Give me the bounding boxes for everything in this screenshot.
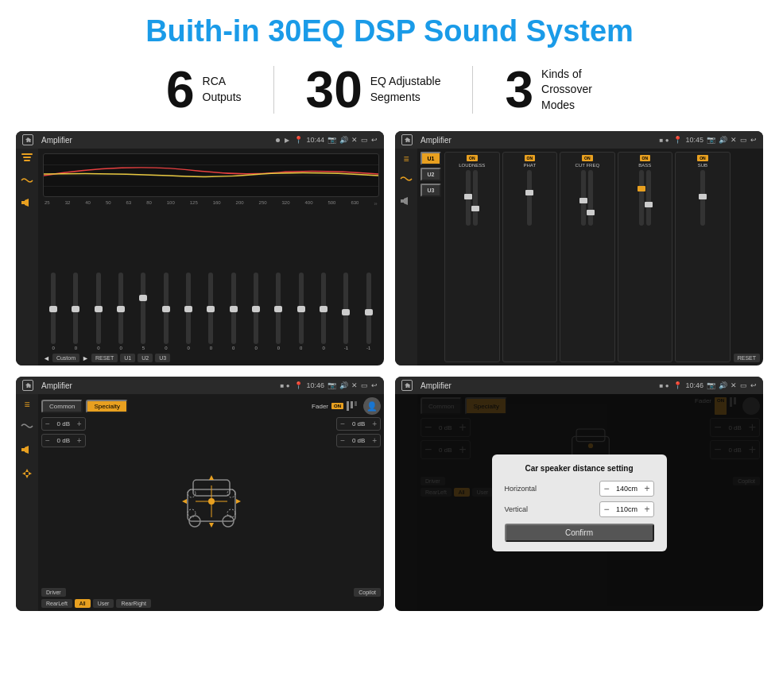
vertical-minus[interactable]: − <box>603 504 609 515</box>
car-diagram <box>91 417 332 586</box>
eq-icon-tuner[interactable] <box>20 153 34 166</box>
spk-user-icon[interactable]: 👤 <box>363 397 381 415</box>
status-rect-icon-2: ▭ <box>740 136 747 144</box>
bass-on[interactable]: ON <box>640 155 651 161</box>
spk-icon-arrows[interactable] <box>21 467 33 483</box>
horizontal-minus[interactable]: − <box>603 483 609 494</box>
user-btn[interactable]: User <box>93 599 114 608</box>
home-icon-2[interactable] <box>401 134 413 145</box>
eq-icon-speaker[interactable] <box>20 198 34 211</box>
all-btn[interactable]: All <box>75 599 91 608</box>
db2-minus[interactable]: − <box>45 436 50 445</box>
screen2-content: ≡ U1 U2 U3 ON LOUDNESS <box>395 149 763 365</box>
slider-7[interactable]: 0 <box>178 273 199 350</box>
preset-u3[interactable]: U3 <box>421 184 441 197</box>
slider-10[interactable]: 0 <box>246 273 266 350</box>
slider-4[interactable]: 0 <box>110 273 131 350</box>
status-play-1: ▶ <box>285 137 289 144</box>
eq-next-btn[interactable]: ► <box>82 354 89 362</box>
stat-rca: 6 RCA Outputs <box>134 64 273 115</box>
horizontal-plus[interactable]: + <box>644 483 649 494</box>
slider-1[interactable]: 0 <box>43 273 64 350</box>
driver-btn[interactable]: Driver <box>41 588 66 597</box>
spk-bottom-btns-2: RearLeft All User RearRight <box>41 599 381 608</box>
amp-reset-btn[interactable]: RESET <box>734 354 760 362</box>
sub-on[interactable]: ON <box>697 155 708 161</box>
spk-tab-specialty[interactable]: Specialty <box>86 400 127 413</box>
spk-tab-common[interactable]: Common <box>41 400 83 413</box>
slider-8[interactable]: 0 <box>200 273 221 350</box>
db4-plus[interactable]: + <box>372 436 377 445</box>
home-icon-4[interactable] <box>401 380 413 391</box>
db2-plus[interactable]: + <box>77 436 82 445</box>
cutfreq-on[interactable]: ON <box>582 155 593 161</box>
db3-plus[interactable]: + <box>372 420 377 428</box>
phat-label: PHAT <box>524 163 537 168</box>
screens-grid: Amplifier ▶ 📍 10:44 📷 🔊 ✕ ▭ ↩ <box>0 127 779 619</box>
preset-u1[interactable]: U1 <box>421 152 441 165</box>
cutfreq-slider2[interactable] <box>588 170 593 226</box>
home-icon-1[interactable] <box>22 134 33 145</box>
freq-labels: 253240506380100125160200250320400500630 … <box>43 200 379 207</box>
svg-marker-10 <box>25 475 29 478</box>
db3-minus[interactable]: − <box>340 420 345 428</box>
screen-speaker: Amplifier ■ ● 📍 10:46 📷 🔊 ✕ ▭ ↩ ≡ <box>16 377 384 611</box>
preset-u2[interactable]: U2 <box>421 168 441 181</box>
eq-icon-wave[interactable] <box>20 176 34 188</box>
copilot-btn[interactable]: Copilot <box>354 588 381 597</box>
slider-12[interactable]: 0 <box>291 273 312 350</box>
amp-icon-wave[interactable] <box>400 172 413 187</box>
phat-slider[interactable] <box>527 170 532 226</box>
db1-minus[interactable]: − <box>45 420 50 428</box>
status-time-3: 10:46 <box>306 381 324 389</box>
slider-13[interactable]: 0 <box>313 273 334 350</box>
slider-3[interactable]: 0 <box>88 273 109 350</box>
status-cam-icon-1: 📷 <box>327 136 336 144</box>
slider-14[interactable]: -1 <box>335 273 356 350</box>
sub-slider[interactable] <box>700 170 705 226</box>
status-time-1: 10:44 <box>306 136 324 144</box>
db4-minus[interactable]: − <box>340 436 345 445</box>
db1-plus[interactable]: + <box>77 420 82 428</box>
bass-slider1[interactable] <box>639 170 644 226</box>
status-cam-icon-2: 📷 <box>707 136 715 144</box>
eq-u3-btn[interactable]: U3 <box>155 354 170 362</box>
svg-marker-25 <box>209 523 214 528</box>
loudness-on[interactable]: ON <box>467 155 478 161</box>
amp-sidebar-icons: ≡ <box>395 149 417 365</box>
status-dot-1 <box>276 138 280 142</box>
amp-icon-speaker[interactable] <box>400 195 413 209</box>
status-bar-4: Amplifier ■ ● 📍 10:46 📷 🔊 ✕ ▭ ↩ <box>395 377 763 394</box>
rearleft-btn[interactable]: RearLeft <box>41 599 72 608</box>
cutfreq-slider1[interactable] <box>581 170 586 226</box>
slider-9[interactable]: 0 <box>223 273 244 350</box>
home-icon-3[interactable] <box>22 380 33 391</box>
phat-on[interactable]: ON <box>525 155 536 161</box>
slider-2[interactable]: 0 <box>65 273 86 350</box>
status-title-2: Amplifier <box>421 136 655 145</box>
amp-icon-tuner[interactable]: ≡ <box>403 153 409 164</box>
eq-u2-btn[interactable]: U2 <box>138 354 153 362</box>
eq-u1-btn[interactable]: U1 <box>120 354 135 362</box>
vertical-plus[interactable]: + <box>644 504 649 515</box>
slider-5[interactable]: 5 <box>133 273 153 350</box>
confirm-button[interactable]: Confirm <box>505 524 654 542</box>
db-control-3: − 0 dB + <box>336 417 381 431</box>
slider-6[interactable]: 0 <box>156 273 176 350</box>
eq-reset-btn[interactable]: RESET <box>91 354 118 362</box>
loudness-slider2[interactable] <box>473 170 478 226</box>
slider-11[interactable]: 0 <box>268 273 289 350</box>
eq-sliders: 0 0 0 0 5 0 0 0 0 0 0 0 0 -1 -1 <box>43 210 379 350</box>
slider-15[interactable]: -1 <box>358 273 379 350</box>
spk-icon-eq[interactable]: ≡ <box>24 399 29 410</box>
bass-slider2[interactable] <box>646 170 651 226</box>
eq-custom-btn[interactable]: Custom <box>52 354 79 362</box>
rearright-btn[interactable]: RearRight <box>116 599 151 608</box>
spk-icon-speaker[interactable] <box>21 443 33 458</box>
spk-icon-wave[interactable] <box>21 420 33 434</box>
db-control-4: − 0 dB + <box>336 434 381 447</box>
loudness-slider[interactable] <box>466 170 471 226</box>
fader-on-badge[interactable]: ON <box>331 403 343 409</box>
status-title-1: Amplifier <box>41 136 271 145</box>
eq-prev-btn[interactable]: ◄ <box>43 354 50 362</box>
